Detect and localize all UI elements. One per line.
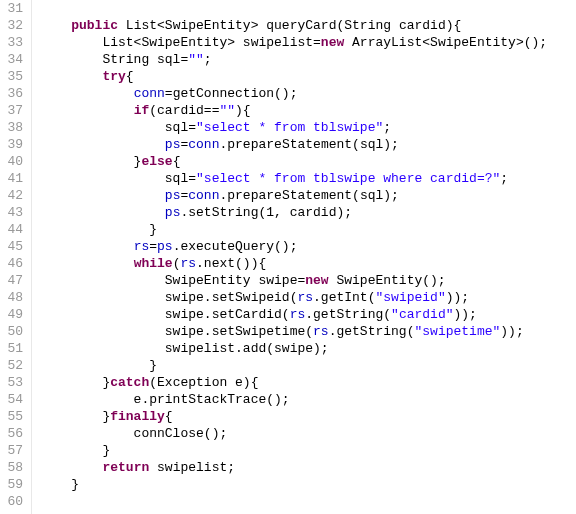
code-line[interactable]: swipe.setSwipetime(rs.getString("swipeti… — [40, 323, 576, 340]
token-txt: } — [40, 358, 157, 373]
token-str: "cardid" — [391, 307, 453, 322]
token-txt: String sql= — [40, 52, 188, 67]
token-kw: if — [134, 103, 150, 118]
line-number: 59 — [0, 476, 23, 493]
code-line[interactable]: ps.setString(1, cardid); — [40, 204, 576, 221]
code-area[interactable]: public List<SwipeEntity> queryCard(Strin… — [32, 0, 576, 514]
token-fld: rs — [290, 307, 306, 322]
code-line[interactable]: if(cardid==""){ — [40, 102, 576, 119]
line-number: 41 — [0, 170, 23, 187]
token-kw: public — [71, 18, 118, 33]
token-fld: rs — [297, 290, 313, 305]
line-number: 32 — [0, 17, 23, 34]
token-txt: (Exception e){ — [149, 375, 258, 390]
token-txt: } — [40, 154, 141, 169]
line-number-gutter: 3132333435363738394041424344454647484950… — [0, 0, 32, 514]
token-txt: } — [40, 222, 157, 237]
code-line[interactable]: swipelist.add(swipe); — [40, 340, 576, 357]
code-line[interactable]: ps=conn.prepareStatement(sql); — [40, 187, 576, 204]
token-txt: } — [40, 409, 110, 424]
code-line[interactable]: ps=conn.prepareStatement(sql); — [40, 136, 576, 153]
token-txt: e.printStackTrace(); — [40, 392, 290, 407]
code-line[interactable]: try{ — [40, 68, 576, 85]
line-number: 42 — [0, 187, 23, 204]
token-txt: connClose(); — [40, 426, 227, 441]
token-txt: { — [173, 154, 181, 169]
code-line[interactable]: }else{ — [40, 153, 576, 170]
token-str: "select * from tblswipe" — [196, 120, 383, 135]
code-line[interactable]: } — [40, 357, 576, 374]
token-str: "" — [188, 52, 204, 67]
token-txt: ){ — [235, 103, 251, 118]
line-number: 33 — [0, 34, 23, 51]
token-txt: )); — [500, 324, 523, 339]
token-str: "swipeid" — [375, 290, 445, 305]
line-number: 48 — [0, 289, 23, 306]
code-line[interactable]: }finally{ — [40, 408, 576, 425]
token-txt: .executeQuery(); — [173, 239, 298, 254]
code-line[interactable]: public List<SwipeEntity> queryCard(Strin… — [40, 17, 576, 34]
line-number: 52 — [0, 357, 23, 374]
token-txt: .getInt( — [313, 290, 375, 305]
line-number: 46 — [0, 255, 23, 272]
token-txt: (cardid== — [149, 103, 219, 118]
code-line[interactable]: conn=getConnection(); — [40, 85, 576, 102]
token-txt: .getString( — [305, 307, 391, 322]
token-txt — [40, 103, 134, 118]
token-txt: swipelist.add(swipe); — [40, 341, 329, 356]
line-number: 36 — [0, 85, 23, 102]
code-line[interactable]: sql="select * from tblswipe where cardid… — [40, 170, 576, 187]
line-number: 49 — [0, 306, 23, 323]
token-fld: rs — [313, 324, 329, 339]
token-fld: ps — [157, 239, 173, 254]
code-line[interactable]: } — [40, 476, 576, 493]
code-line[interactable]: String sql=""; — [40, 51, 576, 68]
token-txt: ; — [204, 52, 212, 67]
line-number: 54 — [0, 391, 23, 408]
token-fld: conn — [188, 188, 219, 203]
token-txt: { — [126, 69, 134, 84]
token-txt: = — [149, 239, 157, 254]
code-line[interactable]: } — [40, 442, 576, 459]
line-number: 57 — [0, 442, 23, 459]
code-line[interactable]: rs=ps.executeQuery(); — [40, 238, 576, 255]
token-txt — [40, 86, 134, 101]
code-line[interactable]: SwipeEntity swipe=new SwipeEntity(); — [40, 272, 576, 289]
line-number: 40 — [0, 153, 23, 170]
code-line[interactable]: e.printStackTrace(); — [40, 391, 576, 408]
token-txt — [40, 69, 102, 84]
token-str: "" — [219, 103, 235, 118]
line-number: 55 — [0, 408, 23, 425]
code-line[interactable]: connClose(); — [40, 425, 576, 442]
code-line[interactable]: return swipelist; — [40, 459, 576, 476]
code-line[interactable]: }catch(Exception e){ — [40, 374, 576, 391]
token-txt: )); — [454, 307, 477, 322]
line-number: 31 — [0, 0, 23, 17]
code-line[interactable] — [40, 0, 576, 17]
token-str: "select * from tblswipe where cardid=?" — [196, 171, 500, 186]
line-number: 34 — [0, 51, 23, 68]
code-line[interactable] — [40, 493, 576, 510]
token-txt: swipe.setSwipetime( — [40, 324, 313, 339]
token-fld: rs — [134, 239, 150, 254]
token-txt: ; — [383, 120, 391, 135]
token-txt — [40, 188, 165, 203]
code-line[interactable]: List<SwipeEntity> swipelist=new ArrayLis… — [40, 34, 576, 51]
code-line[interactable]: swipe.setSwipeid(rs.getInt("swipeid")); — [40, 289, 576, 306]
line-number: 44 — [0, 221, 23, 238]
token-txt: List<SwipeEntity> swipelist= — [40, 35, 321, 50]
token-txt: SwipeEntity(); — [329, 273, 446, 288]
code-editor: 3132333435363738394041424344454647484950… — [0, 0, 576, 514]
code-line[interactable]: swipe.setCardid(rs.getString("cardid")); — [40, 306, 576, 323]
code-line[interactable]: while(rs.next()){ — [40, 255, 576, 272]
code-line[interactable]: } — [40, 221, 576, 238]
token-kw: return — [102, 460, 149, 475]
line-number: 39 — [0, 136, 23, 153]
token-txt: ArrayList<SwipeEntity>(); — [344, 35, 547, 50]
line-number: 50 — [0, 323, 23, 340]
token-fld: ps — [165, 188, 181, 203]
token-kw: finally — [110, 409, 165, 424]
code-line[interactable]: sql="select * from tblswipe"; — [40, 119, 576, 136]
token-txt: .prepareStatement(sql); — [219, 188, 398, 203]
token-txt: swipe.setSwipeid( — [40, 290, 297, 305]
